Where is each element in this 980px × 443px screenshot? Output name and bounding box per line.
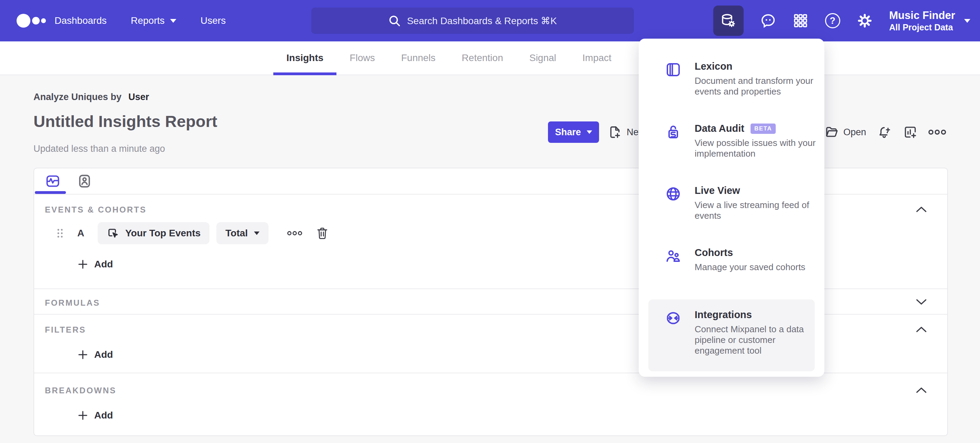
active-tab-underline	[35, 191, 66, 194]
feedback-icon[interactable]	[760, 13, 776, 29]
profile-card-icon	[77, 173, 92, 189]
analyze-uniques-prefix: Analyze Uniques by	[33, 92, 121, 102]
chevron-down-icon	[254, 232, 259, 235]
cohorts-people-icon	[665, 248, 681, 264]
nav-item-users[interactable]: Users	[200, 15, 226, 26]
analyze-uniques-value[interactable]: User	[128, 92, 149, 102]
add-label: Add	[94, 259, 113, 270]
trash-icon[interactable]	[316, 226, 329, 240]
metric-selector[interactable]: Total	[216, 222, 269, 244]
menu-item-data-audit[interactable]: Data Audit BETA View possible issues wit…	[639, 123, 824, 159]
settings-gear-icon[interactable]	[857, 13, 873, 29]
chevron-up-icon[interactable]	[915, 326, 927, 333]
nav-item-label: Dashboards	[54, 15, 107, 26]
more-horizontal-icon[interactable]	[287, 229, 302, 237]
tab-signal[interactable]: Signal	[516, 41, 570, 75]
menu-item-desc: Document and transform your events and p…	[695, 76, 816, 97]
add-event-button[interactable]: Add	[78, 259, 113, 270]
menu-item-desc: Manage your saved cohorts	[695, 262, 805, 273]
nav-menu: Dashboards Reports Users	[54, 15, 226, 26]
data-management-button[interactable]	[713, 6, 744, 36]
chevron-down-icon[interactable]	[915, 298, 927, 306]
search-icon	[388, 14, 401, 27]
add-to-board-button[interactable]	[904, 121, 917, 143]
tab-impact[interactable]: Impact	[570, 41, 625, 75]
chevron-down-icon	[964, 19, 970, 23]
search-input[interactable]: Search Dashboards & Reports ⌘K	[311, 8, 634, 34]
more-horizontal-icon	[928, 127, 946, 137]
tab-flows[interactable]: Flows	[336, 41, 388, 75]
analyze-uniques-control: Analyze Uniques by User	[33, 92, 149, 102]
menu-item-live-view[interactable]: Live View View a live streaming feed of …	[639, 185, 824, 221]
tab-label: Insights	[286, 52, 323, 64]
section-label: FORMULAS	[45, 298, 100, 308]
menu-item-integrations[interactable]: Integrations Connect Mixpanel to a data …	[639, 309, 824, 356]
menu-item-desc: View a live streaming feed of events	[695, 200, 816, 221]
report-tabbar: Insights Flows Funnels Retention Signal …	[0, 41, 980, 75]
lexicon-book-icon	[665, 62, 681, 78]
plus-icon	[78, 349, 88, 360]
section-label: BREAKDOWNS	[45, 386, 116, 395]
create-alert-button[interactable]	[878, 121, 892, 143]
pulse-chart-icon	[45, 173, 60, 189]
bell-plus-icon	[878, 125, 892, 139]
tab-insights[interactable]: Insights	[273, 41, 336, 75]
series-letter: A	[76, 228, 86, 239]
viz-tab-profiles[interactable]	[75, 171, 94, 191]
project-scope: All Project Data	[889, 22, 955, 32]
plus-icon	[78, 259, 88, 270]
nav-right-cluster: ? Music Finder All Project Data	[713, 0, 970, 41]
event-row: A Your Top Events Total	[55, 222, 329, 244]
open-report-button[interactable]: Open	[825, 121, 866, 143]
event-click-icon	[107, 227, 119, 240]
integrations-sync-icon	[665, 310, 681, 326]
menu-item-desc: Connect Mixpanel to a data pipeline or c…	[695, 324, 816, 356]
menu-item-lexicon[interactable]: Lexicon Document and transform your even…	[639, 61, 824, 97]
tab-funnels[interactable]: Funnels	[388, 41, 449, 75]
plus-icon	[78, 410, 88, 421]
project-selector[interactable]: Music Finder All Project Data	[889, 9, 970, 32]
report-tabs: Insights Flows Funnels Retention Signal …	[273, 41, 625, 75]
chart-plus-icon	[904, 125, 917, 139]
chevron-up-icon[interactable]	[915, 206, 927, 213]
tab-label: Flows	[350, 52, 375, 64]
help-glyph: ?	[830, 16, 836, 26]
chevron-up-icon[interactable]	[915, 386, 927, 394]
apps-grid-icon[interactable]	[792, 13, 808, 29]
viz-tab-metrics[interactable]	[43, 171, 62, 191]
nav-item-dashboards[interactable]: Dashboards	[54, 15, 107, 26]
data-audit-lock-icon	[665, 124, 681, 140]
more-actions-button[interactable]	[928, 121, 946, 143]
nav-item-reports[interactable]: Reports	[131, 15, 176, 26]
tab-retention[interactable]: Retention	[449, 41, 516, 75]
project-name: Music Finder	[889, 9, 955, 22]
add-filter-button[interactable]: Add	[78, 349, 113, 360]
document-plus-icon	[608, 125, 622, 139]
chevron-down-icon	[587, 130, 592, 134]
nav-item-label: Users	[200, 15, 226, 26]
tab-label: Retention	[462, 52, 503, 64]
add-breakdown-button[interactable]: Add	[78, 410, 113, 421]
mixpanel-logo-icon[interactable]	[15, 13, 48, 29]
section-label: FILTERS	[45, 325, 86, 335]
live-view-globe-icon	[665, 186, 681, 202]
share-label: Share	[555, 127, 581, 138]
updated-timestamp: Updated less than a minute ago	[33, 143, 165, 154]
open-label: Open	[843, 127, 866, 138]
drag-handle-icon[interactable]	[55, 226, 65, 240]
folder-open-icon	[825, 125, 838, 139]
event-selector[interactable]: Your Top Events	[98, 222, 210, 244]
menu-item-title: Live View	[695, 185, 740, 196]
share-button[interactable]: Share	[548, 121, 599, 143]
section-label: EVENTS & COHORTS	[45, 205, 146, 214]
data-management-menu: Lexicon Document and transform your even…	[639, 39, 824, 377]
menu-item-cohorts[interactable]: Cohorts Manage your saved cohorts	[639, 247, 824, 273]
search-placeholder: Search Dashboards & Reports ⌘K	[407, 15, 557, 27]
help-icon[interactable]: ?	[825, 13, 840, 28]
add-label: Add	[94, 349, 113, 360]
metric-label: Total	[225, 228, 248, 239]
chevron-down-icon	[170, 19, 176, 23]
database-gear-icon	[721, 13, 737, 29]
add-label: Add	[94, 410, 113, 421]
event-name: Your Top Events	[125, 228, 200, 239]
